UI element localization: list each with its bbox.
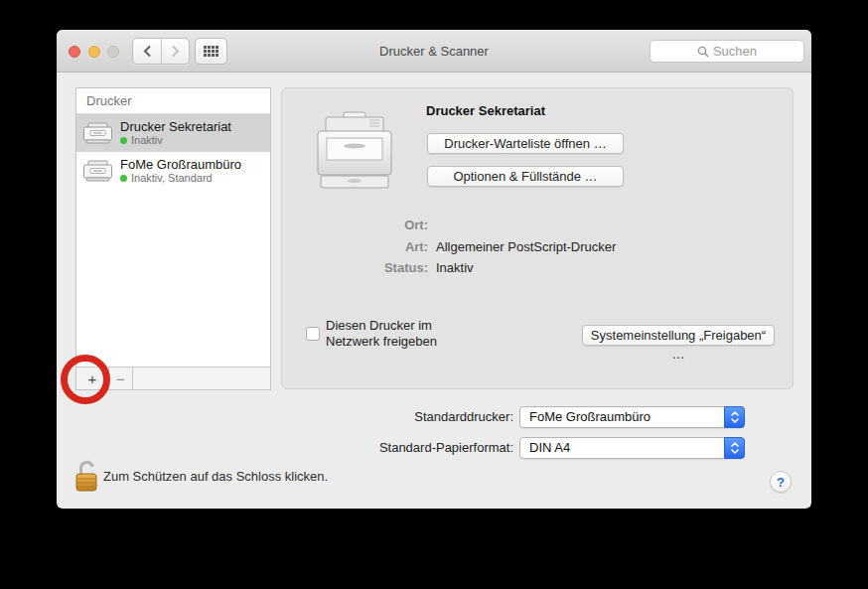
show-all-button[interactable]	[195, 38, 227, 65]
close-button[interactable]	[69, 46, 80, 58]
printer-list-item-fome[interactable]: FoMe Großraumbüro Inaktiv, Standard	[76, 152, 270, 190]
search-input[interactable]: Suchen	[650, 40, 804, 63]
chevron-right-icon	[171, 45, 180, 58]
kind-value: Allgemeiner PostScript-Drucker	[436, 239, 616, 254]
navigation-buttons	[132, 38, 190, 65]
kind-label: Art:	[282, 239, 428, 254]
default-printer-select[interactable]: FoMe Großraumbüro	[519, 406, 745, 428]
help-button[interactable]: ?	[770, 471, 792, 493]
default-paper-label: Standard-Papierformat:	[315, 437, 513, 459]
annotation-circle	[61, 355, 110, 404]
share-printer-checkbox[interactable]	[306, 327, 320, 341]
share-label-line1: Diesen Drucker im	[326, 318, 437, 334]
open-print-queue-button[interactable]: Drucker-Warteliste öffnen …	[427, 133, 624, 154]
options-supplies-button[interactable]: Optionen & Füllstände …	[427, 166, 624, 187]
share-label-line2: Netzwerk freigeben	[326, 334, 437, 350]
status-label: Status:	[282, 260, 428, 275]
popup-arrows-icon	[724, 406, 745, 428]
zoom-button	[107, 46, 119, 58]
back-button[interactable]	[133, 39, 161, 64]
info-row-status: Status: Inaktiv	[282, 260, 759, 277]
printer-icon	[81, 159, 114, 183]
remove-printer-button[interactable]: −	[109, 368, 133, 389]
printer-name: Drucker Sekretariat	[120, 119, 231, 134]
popup-arrows-icon	[724, 437, 745, 459]
default-paper-select[interactable]: DIN A4	[519, 437, 745, 459]
printer-large-icon	[308, 108, 399, 194]
detail-printer-name: Drucker Sekretariat	[426, 103, 545, 118]
sharing-preferences-button[interactable]: Systemeinstellung „Freigaben“ …	[582, 325, 775, 346]
default-printer-label: Standarddrucker:	[315, 406, 513, 428]
title-bar: Drucker & Scanner Suchen	[57, 30, 811, 73]
printer-detail-pane: Drucker Sekretariat Drucker-Warteliste ö…	[281, 87, 794, 389]
default-printer-value: FoMe Großraumbüro	[529, 409, 651, 424]
printer-status: Inaktiv, Standard	[131, 172, 213, 185]
printer-list-header: Drucker	[76, 88, 270, 114]
printer-name: FoMe Großraumbüro	[120, 157, 241, 172]
printer-status: Inaktiv	[131, 134, 163, 147]
lock-button[interactable]	[73, 458, 100, 497]
printer-list: Drucker Drucker Sekretariat Inaktiv	[75, 87, 271, 390]
default-paper-value: DIN A4	[529, 440, 570, 455]
status-value: Inaktiv	[436, 260, 474, 275]
info-row-location: Ort:	[282, 218, 759, 234]
forward-button[interactable]	[161, 39, 189, 64]
status-dot-icon	[120, 137, 127, 144]
preferences-window: Drucker & Scanner Suchen Drucke	[57, 30, 811, 509]
share-printer-label: Diesen Drucker im Netzwerk freigeben	[326, 318, 437, 350]
location-label: Ort:	[282, 218, 428, 232]
lock-hint-text: Zum Schützen auf das Schloss klicken.	[103, 469, 328, 484]
chevron-left-icon	[143, 45, 152, 58]
minimize-button[interactable]	[88, 46, 100, 58]
search-placeholder: Suchen	[713, 44, 757, 59]
info-row-kind: Art: Allgemeiner PostScript-Drucker	[282, 239, 759, 256]
printer-list-item-sekretariat[interactable]: Drucker Sekretariat Inaktiv	[76, 114, 270, 152]
printer-icon	[81, 121, 114, 145]
search-icon	[697, 46, 709, 58]
status-dot-icon	[120, 175, 127, 182]
unlocked-padlock-icon	[73, 458, 100, 493]
grid-icon	[204, 46, 218, 57]
